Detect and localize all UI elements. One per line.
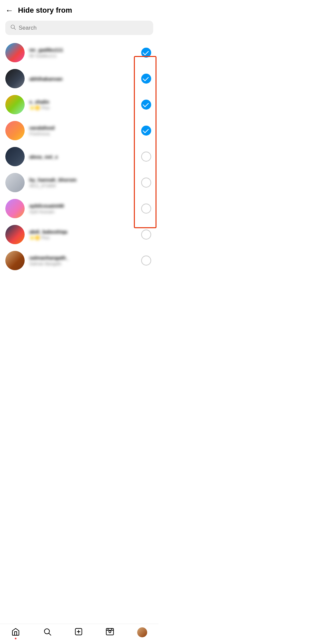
search-bar[interactable] [5, 21, 153, 35]
contact-name: s_shalin [29, 99, 136, 105]
checkbox[interactable] [141, 255, 152, 266]
list-item[interactable]: aybilcouaint40Aydi Hussain [0, 196, 158, 222]
checkbox-checked-icon [141, 48, 151, 58]
contact-name: varalafood [29, 125, 136, 131]
contact-info: abhihakanvan [29, 76, 136, 82]
list-item[interactable]: salmanhangath_Salman Bangath [0, 248, 158, 274]
close-friends-icon: ⭐🟡 [29, 235, 40, 240]
back-button[interactable]: ← [5, 6, 13, 14]
close-friends-icon: ⭐🟡 [29, 105, 40, 110]
checkbox-checked-icon [141, 100, 151, 110]
checkbox-unchecked-icon [141, 256, 151, 266]
checkbox[interactable] [141, 177, 152, 188]
checkbox[interactable] [141, 203, 152, 214]
checkbox[interactable] [141, 99, 152, 110]
contact-name: mr_gadibu111 [29, 47, 136, 53]
checkbox-unchecked-icon [141, 178, 151, 188]
contact-sub: 4611_671800 [29, 183, 136, 188]
avatar [5, 121, 25, 140]
checkbox-unchecked-icon [141, 204, 151, 214]
list-item[interactable]: alexa_not_x [0, 144, 158, 170]
contact-info: mr_gadibu111Mr Gadibu111 [29, 47, 136, 58]
checkbox[interactable] [141, 125, 152, 136]
contact-info: by_hannah_khorsm4611_671800 [29, 177, 136, 188]
contact-info: alexa_not_x [29, 154, 136, 160]
avatar [5, 199, 25, 218]
contact-info: salmanhangath_Salman Bangath [29, 255, 136, 266]
checkbox[interactable] [141, 73, 152, 84]
list-item[interactable]: mr_gadibu111Mr Gadibu111 [0, 40, 158, 66]
contact-name: aybilcouaint40 [29, 203, 136, 209]
checkbox[interactable] [141, 229, 152, 240]
contact-name: abhihakanvan [29, 76, 136, 82]
list-item[interactable]: abhihakanvan [0, 66, 158, 92]
avatar [5, 251, 25, 270]
contact-sub: ⭐🟡Plus [29, 105, 136, 110]
contact-info: aybilcouaint40Aydi Hussain [29, 203, 136, 214]
contact-sub: Mr Gadibu111 [29, 53, 136, 58]
contact-name: salmanhangath_ [29, 255, 136, 261]
list-item[interactable]: abdi_baboshiqa⭐🟡Plus [0, 222, 158, 248]
checkbox-checked-icon [141, 126, 151, 136]
contact-sub: Freshnova [29, 131, 136, 136]
contact-sub: ⭐🟡Plus [29, 235, 136, 240]
search-input[interactable] [19, 25, 149, 31]
contact-name: alexa_not_x [29, 154, 136, 160]
avatar [5, 147, 25, 166]
avatar [5, 95, 25, 114]
avatar [5, 43, 25, 62]
svg-line-1 [14, 28, 15, 29]
contact-name: by_hannah_khorsm [29, 177, 136, 183]
contact-sub: Aydi Hussain [29, 209, 136, 214]
list-item[interactable]: s_shalin⭐🟡Plus [0, 92, 158, 118]
contact-list: mr_gadibu111Mr Gadibu111abhihakanvans_sh… [0, 40, 158, 274]
checkbox-unchecked-icon [141, 152, 151, 162]
page-title: Hide story from [18, 6, 72, 15]
avatar [5, 173, 25, 192]
avatar [5, 225, 25, 244]
checkbox-checked-icon [141, 74, 151, 84]
checkbox-unchecked-icon [141, 230, 151, 240]
list-item[interactable]: varalafoodFreshnova [0, 118, 158, 144]
contact-info: varalafoodFreshnova [29, 125, 136, 136]
checkbox[interactable] [141, 151, 152, 162]
contact-sub: Salman Bangath [29, 261, 136, 266]
header: ← Hide story from [0, 0, 158, 19]
list-item[interactable]: by_hannah_khorsm4611_671800 [0, 170, 158, 196]
search-icon [10, 24, 16, 32]
contact-info: s_shalin⭐🟡Plus [29, 99, 136, 110]
avatar [5, 69, 25, 88]
checkbox[interactable] [141, 47, 152, 58]
contact-info: abdi_baboshiqa⭐🟡Plus [29, 229, 136, 240]
contact-name: abdi_baboshiqa [29, 229, 136, 235]
